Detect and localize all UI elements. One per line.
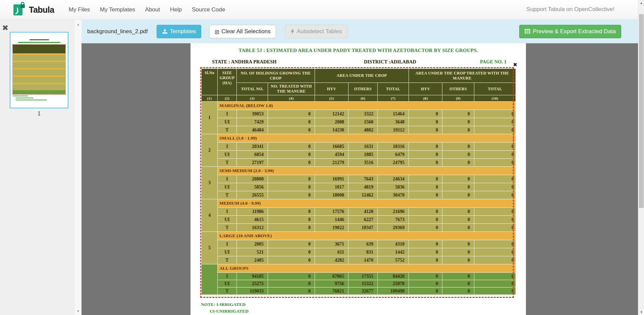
doc-title: TABLE 5J : ESTIMATED AREA UNDER PADDY TR…	[191, 48, 526, 53]
export-button-label: Preview & Export Extracted Data	[533, 28, 616, 35]
thumb-title-line	[30, 39, 49, 40]
doc-meta-row: STATE : ANDHRA PRADESH DISTRICT :ADILABA…	[191, 59, 526, 66]
spreadsheet-icon	[525, 29, 530, 34]
thumb-table-header	[13, 45, 65, 53]
circle-x-icon: ⦻	[215, 29, 219, 34]
doc-state: STATE : ANDHRA PRADESH	[212, 59, 276, 65]
upload-template-icon	[162, 29, 168, 34]
sidebar: ✖ 1 ▲ ▼	[0, 20, 82, 315]
templates-button[interactable]: Templates	[157, 25, 201, 38]
sidebar-scroll-up-icon[interactable]: ▲	[75, 22, 82, 26]
toolbar: background_lines_2.pdf Templates ⦻ Clear…	[82, 20, 638, 43]
nav-link-help[interactable]: Help	[165, 3, 187, 16]
lightning-icon	[290, 29, 294, 34]
thumb-subtitle-line	[18, 42, 60, 43]
pdf-viewer: TABLE 5J : ESTIMATED AREA UNDER PADDY TR…	[82, 43, 638, 315]
close-page-icon[interactable]: ✖	[2, 24, 8, 32]
thumb-table-footer	[13, 90, 65, 94]
scrollbar-up-icon[interactable]: ▲	[638, 2, 644, 5]
nav-link-my-templates[interactable]: My Templates	[95, 3, 140, 16]
nav-links: My FilesMy TemplatesAboutHelpSource Code	[64, 3, 230, 16]
sidebar-scrollbar[interactable]: ▲ ▼	[75, 20, 82, 315]
nav-link-my-files[interactable]: My Files	[64, 3, 95, 16]
doc-note-1: NOTE: I-IRRIGATED	[201, 302, 246, 307]
pdf-page[interactable]: TABLE 5J : ESTIMATED AREA UNDER PADDY TR…	[191, 43, 526, 315]
clear-selections-label: Clear All Selections	[221, 28, 270, 35]
sidebar-scroll-down-icon[interactable]: ▼	[75, 309, 82, 313]
templates-button-label: Templates	[170, 28, 196, 35]
thumbnail-page-preview	[10, 33, 68, 108]
autodetect-tables-label: Autodetect Tables	[297, 28, 342, 35]
doc-page-no: PAGE NO. 1	[480, 59, 506, 65]
export-button[interactable]: Preview & Export Extracted Data	[519, 25, 621, 38]
scrollbar-down-icon[interactable]: ▼	[638, 311, 644, 314]
filename-label: background_lines_2.pdf	[87, 28, 148, 35]
clear-selections-button[interactable]: ⦻ Clear All Selections	[209, 25, 276, 38]
page-number-label: 1	[10, 111, 68, 117]
scrollbar-thumb[interactable]	[639, 14, 644, 208]
page-thumbnail[interactable]	[10, 32, 68, 108]
brand-title: Tabula	[29, 5, 54, 15]
app-logo-icon	[12, 2, 26, 18]
vertical-scrollbar[interactable]: ▲ ▼	[638, 0, 644, 315]
selection-box[interactable]: ✖	[200, 67, 514, 298]
doc-note-2: UI-UNIRRIGATED	[210, 309, 249, 314]
nav-link-source-code[interactable]: Source Code	[187, 3, 230, 16]
selection-delete-icon[interactable]: ✖	[513, 62, 517, 68]
nav-link-about[interactable]: About	[140, 3, 165, 16]
navbar: Tabula My FilesMy TemplatesAboutHelpSour…	[0, 0, 644, 20]
support-link[interactable]: Support Tabula on OpenCollective!	[527, 6, 614, 13]
autodetect-tables-button[interactable]: Autodetect Tables	[285, 25, 347, 38]
app-root: Tabula My FilesMy TemplatesAboutHelpSour…	[0, 0, 644, 315]
brand-link[interactable]: Tabula	[12, 2, 54, 18]
doc-district: DISTRICT :ADILABAD	[364, 59, 416, 65]
thumb-table	[13, 45, 65, 94]
